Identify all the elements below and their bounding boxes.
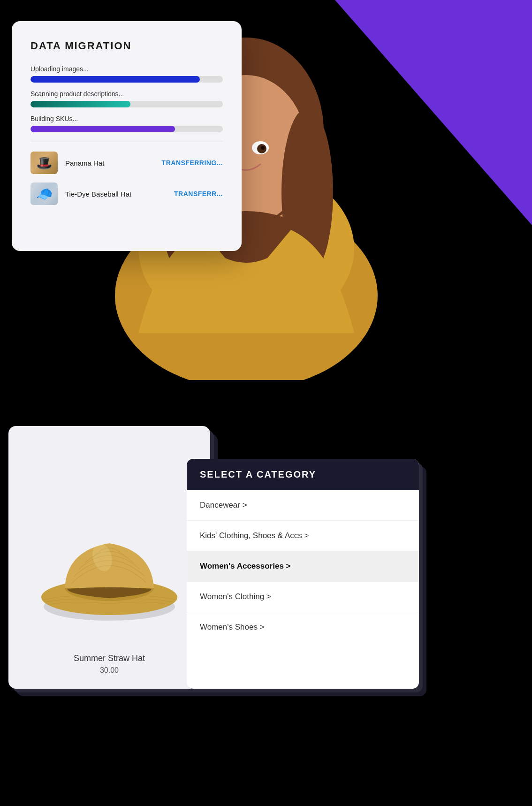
category-list: Dancewear > Kids' Clothing, Shoes & Accs… <box>187 490 419 642</box>
product-listing-card: Summer Straw Hat 30.00 <box>8 426 210 689</box>
category-header: SELECT A CATEGORY <box>187 459 419 490</box>
category-item-womens-shoes[interactable]: Women's Shoes > <box>187 612 419 642</box>
svg-point-12 <box>257 144 266 153</box>
card-title: DATA MIGRATION <box>30 40 223 52</box>
product-status-panama: TRANSFERRING... <box>162 159 223 167</box>
category-item-kids-label: Kids' Clothing, Shoes & Accs > <box>200 531 309 540</box>
progress-skus: Building SKUs... <box>30 115 223 132</box>
product-card-title: Summer Straw Hat <box>74 654 145 663</box>
straw-hat-image <box>34 494 184 644</box>
bottom-section: Summer Straw Hat 30.00 SELECT A CATEGORY… <box>0 394 532 806</box>
progress-skus-bar-container <box>30 126 223 132</box>
product-card-price: 30.00 <box>100 666 119 675</box>
category-selector-card: SELECT A CATEGORY Dancewear > Kids' Clot… <box>187 459 419 689</box>
svg-point-14 <box>261 146 265 150</box>
product-status-baseball: TRANSFERR... <box>174 190 223 198</box>
product-name-baseball: Tie-Dye Baseball Hat <box>65 190 167 198</box>
card-divider <box>30 142 223 142</box>
progress-uploading-bar-container <box>30 76 223 83</box>
baseball-hat-icon: 🧢 <box>30 182 58 205</box>
progress-skus-label: Building SKUs... <box>30 115 223 122</box>
category-item-dancewear-label: Dancewear > <box>200 501 247 510</box>
product-item-panama: 🎩 Panama Hat TRANSFERRING... <box>30 152 223 174</box>
product-item-baseball: 🧢 Tie-Dye Baseball Hat TRANSFERR... <box>30 182 223 205</box>
category-item-womens-shoes-label: Women's Shoes > <box>200 623 265 632</box>
product-thumb-panama: 🎩 <box>30 152 58 174</box>
category-item-womens-accessories[interactable]: Women's Accessories > <box>187 551 419 582</box>
product-thumb-baseball: 🧢 <box>30 182 58 205</box>
data-migration-card: DATA MIGRATION Uploading images... Scann… <box>12 21 242 251</box>
progress-uploading-label: Uploading images... <box>30 65 223 73</box>
svg-point-10 <box>252 141 269 154</box>
panama-hat-icon: 🎩 <box>30 152 58 174</box>
product-name-panama: Panama Hat <box>65 159 154 167</box>
category-item-kids[interactable]: Kids' Clothing, Shoes & Accs > <box>187 521 419 551</box>
progress-uploading: Uploading images... <box>30 65 223 83</box>
progress-skus-bar <box>30 126 175 132</box>
category-item-womens-accessories-label: Women's Accessories > <box>200 562 291 571</box>
progress-scanning-bar-container <box>30 101 223 107</box>
svg-point-7 <box>281 108 333 277</box>
progress-scanning-bar <box>30 101 130 107</box>
purple-triangle-decoration <box>335 0 532 225</box>
category-item-womens-clothing-label: Women's Clothing > <box>200 592 271 601</box>
category-item-womens-clothing[interactable]: Women's Clothing > <box>187 582 419 612</box>
progress-uploading-bar <box>30 76 200 83</box>
progress-scanning-label: Scanning product descriptions... <box>30 90 223 98</box>
progress-scanning: Scanning product descriptions... <box>30 90 223 107</box>
category-item-dancewear[interactable]: Dancewear > <box>187 490 419 521</box>
